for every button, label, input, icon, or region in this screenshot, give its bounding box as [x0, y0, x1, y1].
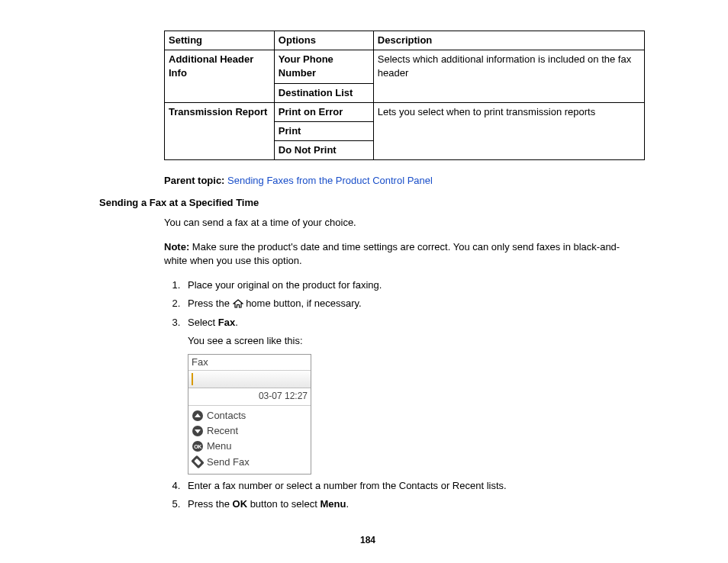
- fax-menu: Contacts Recent OK Menu Send Fax: [188, 406, 311, 474]
- fax-menu-send: Send Fax: [192, 455, 307, 470]
- fax-number-input: [188, 371, 311, 388]
- col-description: Description: [373, 31, 644, 50]
- col-setting: Setting: [165, 31, 275, 50]
- intro-text: You can send a fax at a time of your cho…: [164, 216, 636, 230]
- step-3-sub: You see a screen like this:: [188, 334, 636, 348]
- table-cell: Additional Header Info: [165, 50, 275, 103]
- fax-menu-menu: OK Menu: [192, 439, 307, 454]
- table-cell: Destination List: [274, 83, 373, 102]
- up-arrow-icon: [192, 410, 203, 421]
- table-cell: Lets you select when to print transmissi…: [373, 102, 644, 160]
- section-heading: Sending a Fax at a Specified Time: [99, 196, 636, 210]
- diamond-icon: [191, 455, 205, 469]
- home-icon: [233, 298, 243, 309]
- fax-datetime: 03-07 12:27: [188, 388, 311, 406]
- ok-icon: OK: [192, 441, 203, 452]
- table-cell: Your Phone Number: [274, 50, 373, 83]
- step-2: Press the home button, if necessary.: [183, 297, 636, 310]
- fax-screen: Fax 03-07 12:27 Contacts Recent OK Menu: [188, 354, 311, 475]
- table-cell: Print on Error: [274, 102, 373, 121]
- fax-menu-contacts: Contacts: [192, 408, 307, 423]
- parent-topic: Parent topic: Sending Faxes from the Pro…: [164, 174, 636, 188]
- settings-table: Setting Options Description Additional H…: [164, 31, 645, 160]
- step-5: Press the OK button to select Menu.: [183, 497, 636, 511]
- table-cell: Selects which additional information is …: [373, 50, 644, 103]
- steps-list: Place your original on the product for f…: [99, 278, 636, 511]
- table-cell: Do Not Print: [274, 141, 373, 160]
- table-cell: Transmission Report: [165, 102, 275, 160]
- step-4: Enter a fax number or select a number fr…: [183, 479, 636, 493]
- fax-menu-recent: Recent: [192, 423, 307, 439]
- down-arrow-icon: [192, 426, 203, 436]
- fax-screen-title: Fax: [188, 355, 311, 371]
- page-number: 184: [99, 534, 636, 547]
- step-1: Place your original on the product for f…: [183, 278, 636, 292]
- note-text: Note: Make sure the product's date and t…: [164, 240, 636, 268]
- col-options: Options: [274, 31, 373, 50]
- table-cell: Print: [274, 121, 373, 140]
- parent-topic-label: Parent topic:: [164, 175, 224, 186]
- parent-topic-link[interactable]: Sending Faxes from the Product Control P…: [227, 175, 433, 186]
- step-3: Select Fax. You see a screen like this: …: [183, 316, 636, 475]
